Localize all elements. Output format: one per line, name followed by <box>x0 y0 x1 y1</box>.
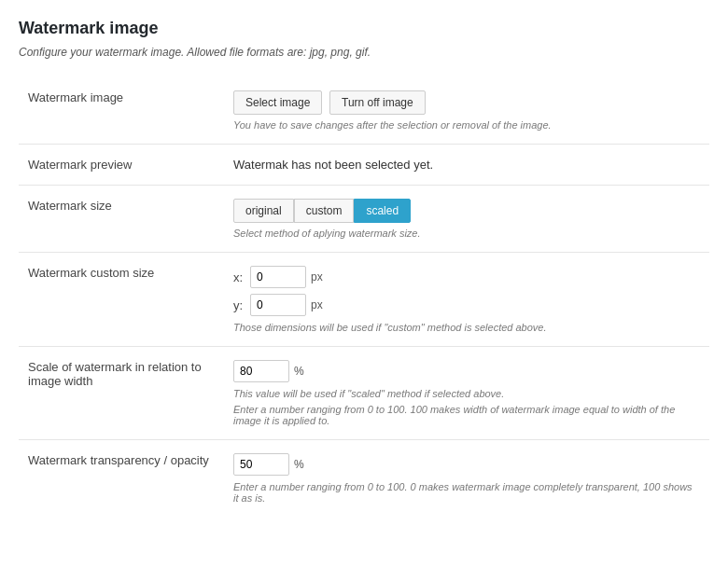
label-watermark-transparency: Watermark transparency / opacity <box>19 440 224 518</box>
watermark-size-hint: Select method of aplying watermark size. <box>233 228 700 239</box>
row-watermark-transparency: Watermark transparency / opacity % Enter… <box>19 440 709 518</box>
transparency-input[interactable] <box>233 453 289 476</box>
custom-size-x-input[interactable] <box>250 266 306 288</box>
value-scale-watermark: % This value will be used if "scaled" me… <box>224 347 709 440</box>
turn-off-image-button[interactable]: Turn off image <box>329 90 426 115</box>
size-scaled-button[interactable]: scaled <box>354 199 411 223</box>
transparency-unit-label: % <box>294 458 304 471</box>
label-watermark-preview: Watermark preview <box>19 145 224 186</box>
custom-size-hint: Those dimensions will be used if "custom… <box>233 322 700 333</box>
y-unit-label: px <box>311 298 323 311</box>
transparency-hint: Enter a number ranging from 0 to 100. 0 … <box>233 481 700 504</box>
x-input-row: x: px <box>233 266 700 288</box>
row-watermark-size: Watermark size originalcustomscaled Sele… <box>19 186 709 253</box>
custom-size-y-input[interactable] <box>250 294 306 316</box>
scale-unit-label: % <box>294 365 304 378</box>
select-image-button[interactable]: Select image <box>233 90 322 115</box>
value-watermark-image: Select image Turn off image You have to … <box>224 77 709 145</box>
scale-hint-2: Enter a number ranging from 0 to 100. 10… <box>233 404 700 426</box>
preview-status-text: Watermak has not been selected yet. <box>233 158 433 172</box>
page-title: Watermark image <box>19 19 709 38</box>
value-watermark-size: originalcustomscaled Select method of ap… <box>224 186 709 253</box>
label-watermark-image: Watermark image <box>19 77 224 145</box>
y-label: y: <box>233 298 250 312</box>
label-scale-watermark: Scale of watermark in relation to image … <box>19 347 224 440</box>
row-watermark-preview: Watermark preview Watermak has not been … <box>19 145 709 186</box>
row-watermark-image: Watermark image Select image Turn off im… <box>19 77 709 145</box>
value-watermark-custom-size: x: px y: px Those dimensions will be use… <box>224 253 709 347</box>
label-watermark-size: Watermark size <box>19 186 224 253</box>
row-scale-watermark: Scale of watermark in relation to image … <box>19 347 709 440</box>
row-watermark-custom-size: Watermark custom size x: px y: px Those … <box>19 253 709 347</box>
y-input-row: y: px <box>233 294 700 316</box>
scale-hint-1: This value will be used if "scaled" meth… <box>233 388 700 399</box>
scale-input[interactable] <box>233 360 289 382</box>
transparency-input-row: % <box>233 453 700 476</box>
x-label: x: <box>233 270 250 284</box>
x-unit-label: px <box>311 270 323 284</box>
settings-table: Watermark image Select image Turn off im… <box>19 77 709 517</box>
label-watermark-custom-size: Watermark custom size <box>19 253 224 347</box>
page-description: Configure your watermark image. Allowed … <box>19 46 709 59</box>
size-custom-button[interactable]: custom <box>294 199 355 223</box>
value-watermark-transparency: % Enter a number ranging from 0 to 100. … <box>224 440 709 518</box>
watermark-image-hint: You have to save changes after the selec… <box>233 119 700 131</box>
value-watermark-preview: Watermak has not been selected yet. <box>224 145 709 186</box>
scale-input-row: % <box>233 360 700 382</box>
size-original-button[interactable]: original <box>233 199 294 223</box>
